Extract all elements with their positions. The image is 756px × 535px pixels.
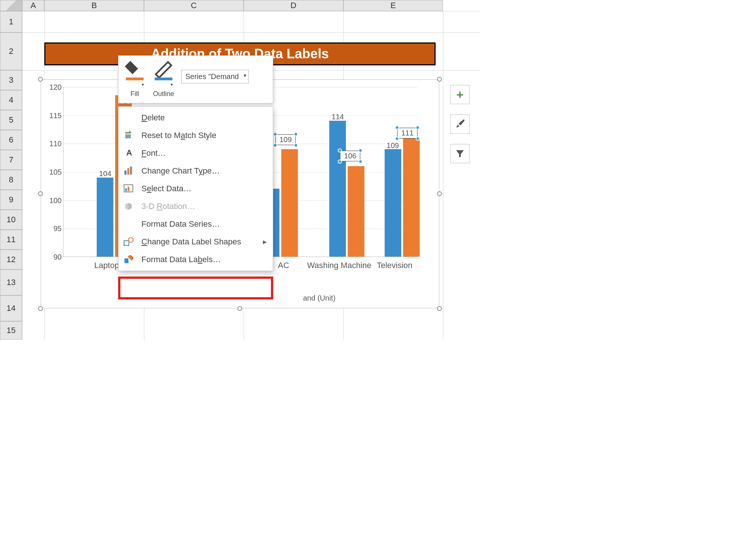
chart-styles-button[interactable] [450, 114, 470, 134]
category-label: Laptop [94, 261, 119, 270]
bar-demand-tv[interactable] [403, 138, 420, 257]
row-header-2[interactable]: 2 [0, 32, 22, 70]
col-header-D[interactable]: D [244, 0, 343, 11]
row-header-12[interactable]: 12 [0, 250, 22, 270]
col-header-B[interactable]: B [44, 0, 144, 11]
resize-handle[interactable] [38, 306, 43, 311]
resize-handle[interactable] [437, 191, 442, 196]
y-tick: 95 [49, 224, 62, 233]
funnel-icon [455, 148, 465, 159]
bar-demand-ac[interactable] [281, 149, 298, 257]
resize-handle[interactable] [437, 306, 442, 311]
ctx-change-label-shapes[interactable]: Change Data Label Shapes ▶ [118, 233, 273, 251]
fill-button[interactable]: ▾ Fill [124, 59, 146, 98]
blank-icon [124, 113, 135, 123]
fill-icon [124, 59, 146, 81]
col-header-E[interactable]: E [343, 0, 443, 11]
row-header-1[interactable]: 1 [0, 11, 22, 32]
resize-handle[interactable] [237, 306, 242, 311]
svg-rect-8 [124, 258, 128, 263]
category-label: AC [278, 261, 289, 270]
row-header-7[interactable]: 7 [0, 150, 22, 170]
blank-icon [124, 219, 135, 229]
selected-data-label[interactable]: 111 [397, 128, 417, 138]
svg-rect-4 [125, 188, 127, 191]
y-tick: 100 [49, 196, 62, 205]
svg-rect-5 [128, 187, 129, 191]
chart-elements-button[interactable]: + [450, 85, 470, 104]
ctx-format-labels[interactable]: Format Data Labels… [118, 251, 273, 268]
bar-supply-tv[interactable] [385, 149, 401, 257]
data-label: 109 [386, 141, 399, 150]
plus-icon: + [456, 88, 464, 102]
resize-handle[interactable] [437, 77, 442, 82]
svg-point-7 [128, 237, 133, 242]
y-tick: 110 [49, 140, 62, 148]
font-icon: A [124, 148, 135, 158]
submenu-arrow-icon: ▶ [263, 239, 267, 245]
brush-icon [454, 119, 465, 130]
row-header-14[interactable]: 14 [0, 295, 22, 321]
y-tick: 90 [49, 253, 62, 261]
mini-toolbar: ▾ Fill ▾ Outline Series "Demand [118, 55, 273, 103]
shapes-icon [124, 237, 135, 247]
row-header-8[interactable]: 8 [0, 170, 22, 190]
resize-handle[interactable] [38, 77, 43, 82]
y-tick: 120 [49, 83, 62, 92]
ctx-font[interactable]: A Font… [118, 144, 273, 162]
category-label: Television [377, 261, 413, 270]
data-label: 114 [331, 113, 344, 121]
cube-icon [124, 201, 135, 212]
row-header-4[interactable]: 4 [0, 90, 22, 110]
bar-supply-wm[interactable] [329, 121, 346, 257]
chart-type-icon [124, 166, 135, 176]
row-header-11[interactable]: 11 [0, 230, 22, 250]
svg-rect-1 [127, 168, 129, 175]
ctx-format-series[interactable]: Format Data Series… [118, 215, 273, 233]
y-tick: 115 [49, 111, 62, 120]
reset-icon [124, 130, 135, 141]
ctx-change-chart-type[interactable]: Change Chart Type… [118, 162, 273, 180]
col-header-A[interactable]: A [22, 0, 44, 11]
ctx-delete[interactable]: Delete [118, 109, 273, 127]
chart-filter-button[interactable] [450, 144, 470, 163]
svg-rect-0 [124, 171, 126, 175]
ctx-reset-style[interactable]: Reset to Match Style [118, 127, 273, 144]
row-header-6[interactable]: 6 [0, 130, 22, 150]
y-tick: 105 [49, 168, 62, 176]
bar-demand-wm[interactable] [348, 166, 364, 257]
row-header-15[interactable]: 15 [0, 321, 22, 340]
ctx-3d-rotation: 3-D Rotation… [118, 198, 273, 215]
row-header-3[interactable]: 3 [0, 70, 22, 90]
legend-fragment: and (Unit) [303, 294, 336, 302]
resize-handle[interactable] [38, 191, 43, 196]
excel-worksheet: A B C D E 1 2 3 4 5 6 7 8 9 10 11 12 13 … [0, 0, 480, 340]
category-label: Washing Machine [307, 261, 371, 270]
col-header-C[interactable]: C [144, 0, 244, 11]
row-header-5[interactable]: 5 [0, 110, 22, 130]
outline-button[interactable]: ▾ Outline [152, 59, 175, 98]
format-labels-icon [124, 254, 135, 265]
row-header-13[interactable]: 13 [0, 270, 22, 295]
selected-data-label[interactable]: 109 [275, 134, 296, 145]
row-header-10[interactable]: 10 [0, 210, 22, 230]
outline-icon [152, 59, 175, 81]
bar-supply-laptop[interactable] [97, 178, 113, 257]
series-dropdown[interactable]: Series "Demand [181, 70, 249, 83]
data-label: 104 [99, 169, 111, 178]
svg-rect-2 [130, 167, 132, 175]
row-header-9[interactable]: 9 [0, 190, 22, 210]
select-data-icon [124, 184, 135, 194]
ctx-select-data[interactable]: Select Data… [118, 180, 273, 198]
svg-rect-6 [124, 241, 129, 246]
select-all-corner[interactable] [0, 0, 22, 11]
context-menu: Delete Reset to Match Style A Font… Chan… [118, 106, 273, 271]
selected-data-label[interactable]: 106 [340, 151, 360, 161]
